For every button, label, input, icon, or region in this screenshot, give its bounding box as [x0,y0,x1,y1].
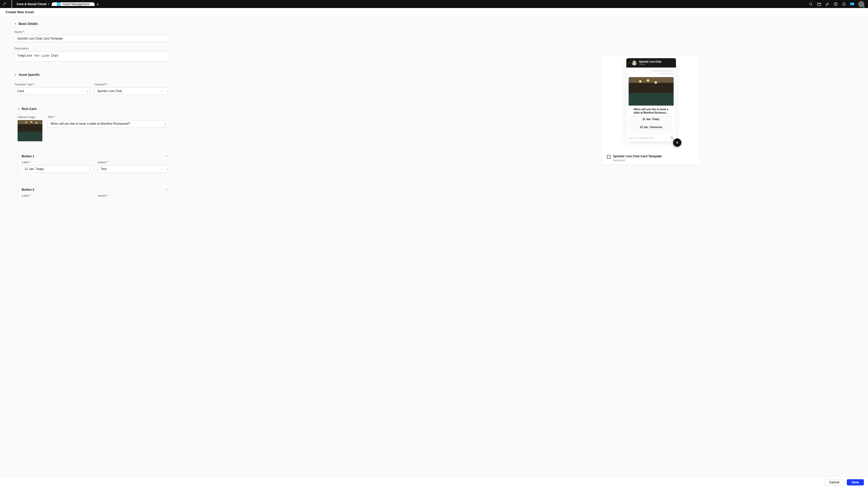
upload-image-label: Upload Image [18,115,42,118]
chat-status: Online [639,63,661,65]
topbar-right [809,0,868,8]
back-icon[interactable]: ‹ [629,61,630,64]
clear-icon[interactable]: × [161,167,163,171]
chat-icon[interactable] [850,2,855,6]
apps-icon[interactable] [9,0,14,8]
title-counter: 22 [164,123,167,126]
button1-action-value: Text [101,167,106,171]
collapse-icon: ▼ [18,108,20,110]
field-upload-image: Upload Image [18,115,42,141]
field-button1-action: Action Text × ▾ [98,161,169,173]
button1-heading: Button 1 [22,154,34,158]
chevron-down-icon: ▾ [86,90,88,93]
template-type-label: Template Type [14,83,90,86]
preview-asset-status: Approved [613,159,662,162]
cloud-switcher[interactable]: Core & Social Cloud ▾ [14,2,52,6]
collapse-icon: ▼ [14,74,17,76]
card-title: When will you like to book a table at Ma… [629,106,674,116]
remove-button-icon[interactable]: × [165,188,167,192]
cancel-label: Cancel [829,481,839,484]
field-button2-action: Action [98,194,169,199]
add-tab-button[interactable]: ＋ [95,1,101,7]
topbar-left: Core & Social Cloud ▾ ✉ Asset Management… [0,0,101,8]
user-avatar[interactable] [858,1,864,7]
card-preview: When will you like to book a table at Ma… [628,77,674,132]
button-group-1: Button 1 × Label 6 Action Text [18,152,169,180]
footer-bar: Cancel Save [0,477,868,487]
button2-label-label: Label [22,194,93,197]
tab-asset-management[interactable]: ✉ Asset Management [52,2,94,6]
template-type-select[interactable]: Card [14,87,90,95]
save-button[interactable]: Save [847,479,864,485]
title-input[interactable] [48,120,169,127]
svg-point-0 [810,3,812,5]
card-button-2[interactable]: 22 Jan, Tomorrow [631,124,672,131]
cancel-button[interactable]: Cancel [824,479,844,485]
button2-heading: Button 2 [22,188,34,192]
page-body: ▼ Basic Details Name Description ▼ Asset… [0,16,868,477]
close-icon[interactable]: ✕ [673,138,681,147]
file-icon [607,155,611,159]
field-name: Name [14,30,169,42]
bell-icon[interactable] [842,2,846,6]
help-icon[interactable] [833,2,838,6]
button-group-2: Button 2 × Label Action [18,185,169,206]
button2-action-label: Action [98,194,169,197]
divider [42,75,169,75]
preview-column: ‹ Sprinklr Live Chat Online When will yo… [434,16,868,477]
button1-action-label: Action [98,161,169,164]
chevron-down-icon: ▾ [166,168,167,171]
form-column: ▼ Basic Details Name Description ▼ Asset… [0,16,434,477]
title-label: Title [48,115,169,118]
section-rich-card[interactable]: ▼ Rich Card [18,107,169,111]
agent-avatar [632,60,637,65]
page-title: Create New Asset [6,10,34,14]
emoji-icon[interactable]: ☺ [665,136,668,140]
button1-label-counter: 6 [89,168,91,171]
clear-icon[interactable]: × [161,89,163,93]
message-stub [658,73,674,74]
calendar-icon[interactable] [817,2,822,6]
brand-logo[interactable] [0,2,9,6]
remove-button-icon[interactable]: × [165,154,167,158]
card-button-1[interactable]: 21 Jan, Today [631,116,672,122]
divider [38,109,169,109]
edit-icon[interactable] [825,2,830,6]
topbar: Core & Social Cloud ▾ ✉ Asset Management… [0,0,868,8]
card-image [629,77,674,106]
channel-select[interactable]: Sprinklr Live Chat [94,87,169,95]
search-icon[interactable] [809,2,813,6]
chat-title: Sprinklr Live Chat [639,61,661,63]
name-label: Name [14,30,169,33]
chat-body: When will you like to book a table at Ma… [626,67,676,134]
field-button2-label: Label [22,194,93,199]
field-channel: Channel Sprinklr Live Chat × ▾ [94,83,169,95]
button1-action-select[interactable]: Text [98,165,169,173]
section-basic-details[interactable]: ▼ Basic Details [14,22,169,26]
name-input[interactable] [14,35,169,42]
clear-icon[interactable]: × [82,89,83,93]
preview-footer: Sprinklr Live Chat Card Template Approve… [603,152,699,164]
button1-label-label: Label [22,161,93,164]
preview-asset-name: Sprinklr Live Chat Card Template [613,154,662,158]
chevron-down-icon: ▾ [166,90,167,93]
description-input[interactable] [14,52,169,62]
section-title: Asset Specific [19,73,40,77]
attachment-icon[interactable]: 📎 [670,136,674,140]
description-label: Description [14,47,169,50]
svg-rect-2 [817,3,821,6]
chat-input-placeholder[interactable]: Type your message here... [628,137,664,139]
channel-label: Channel [94,83,169,86]
preview-panel: ‹ Sprinklr Live Chat Online When will yo… [602,55,700,165]
svg-line-1 [811,5,812,5]
section-title: Basic Details [19,22,38,26]
section-asset-specific[interactable]: ▼ Asset Specific [14,73,169,77]
chevron-down-icon: ▾ [48,3,49,5]
button1-label-input[interactable] [22,165,93,173]
template-type-value: Card [17,89,24,93]
chat-widget-preview: ‹ Sprinklr Live Chat Online When will yo… [626,58,676,142]
chat-preview-wrap: ‹ Sprinklr Live Chat Online When will yo… [626,58,676,142]
image-thumbnail[interactable] [18,120,42,141]
section-title: Rich Card [22,107,36,111]
message-stub [651,70,674,72]
